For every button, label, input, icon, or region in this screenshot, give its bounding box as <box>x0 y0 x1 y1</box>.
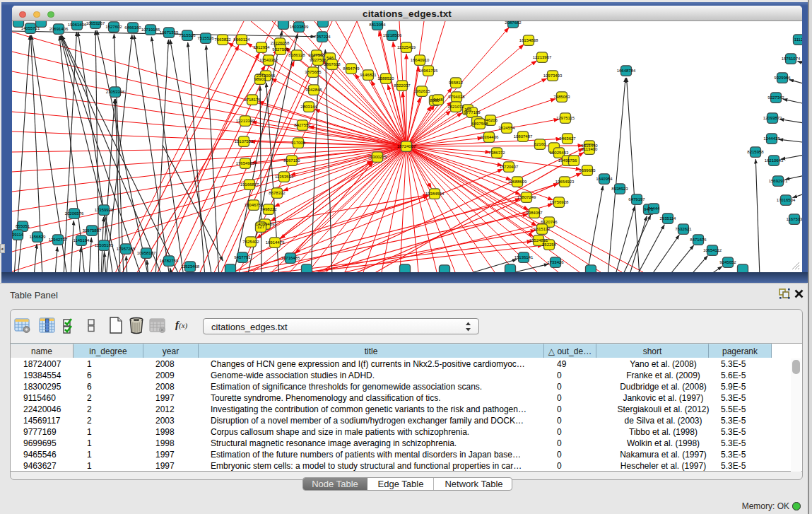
svg-text:127: 127 <box>257 225 265 229</box>
svg-text:9794028: 9794028 <box>448 95 465 99</box>
svg-text:546: 546 <box>326 56 334 60</box>
svg-text:8471676: 8471676 <box>690 238 707 242</box>
svg-text:12213349: 12213349 <box>236 119 255 123</box>
svg-text:16154838: 16154838 <box>519 38 539 42</box>
svg-text:15720407: 15720407 <box>500 165 519 169</box>
svg-text:1733426: 1733426 <box>547 260 564 264</box>
svg-text:20691406: 20691406 <box>49 27 69 31</box>
svg-text:12942737: 12942737 <box>49 238 68 242</box>
svg-text:7485063: 7485063 <box>553 95 570 99</box>
svg-text:39114: 39114 <box>12 233 24 237</box>
svg-text:9242845: 9242845 <box>305 88 322 92</box>
svg-text:9699695: 9699695 <box>579 168 596 173</box>
svg-text:7386372: 7386372 <box>488 151 505 155</box>
svg-text:19756928: 19756928 <box>550 200 569 204</box>
svg-text:16033809: 16033809 <box>290 25 309 29</box>
svg-text:9245652: 9245652 <box>719 260 736 264</box>
svg-text:12975115: 12975115 <box>556 116 575 120</box>
svg-text:9327505: 9327505 <box>272 47 289 52</box>
svg-text:2718176: 2718176 <box>244 98 261 102</box>
svg-text:8660124: 8660124 <box>233 37 250 42</box>
svg-text:1167533: 1167533 <box>787 217 802 221</box>
svg-text:9457791: 9457791 <box>234 255 251 259</box>
svg-text:955812: 955812 <box>449 81 464 85</box>
svg-text:74444: 74444 <box>648 206 660 211</box>
svg-text:317006: 317006 <box>291 141 306 145</box>
svg-text:17359928: 17359928 <box>95 208 114 212</box>
svg-text:3875685: 3875685 <box>305 70 322 74</box>
svg-text:10973493: 10973493 <box>543 74 563 78</box>
svg-text:10688609: 10688609 <box>508 180 527 184</box>
svg-text:9777169: 9777169 <box>464 110 481 115</box>
svg-text:19654923: 19654923 <box>555 180 575 184</box>
svg-text:8322037: 8322037 <box>394 83 411 88</box>
svg-text:15751074: 15751074 <box>782 57 801 61</box>
svg-text:1244415: 1244415 <box>763 136 780 141</box>
svg-text:7632621: 7632621 <box>675 227 692 231</box>
svg-text:11923468: 11923468 <box>181 264 200 269</box>
svg-text:7357224: 7357224 <box>314 35 331 39</box>
svg-text:19166827: 19166827 <box>240 182 259 187</box>
svg-text:23226058: 23226058 <box>271 41 290 45</box>
svg-text:9227342: 9227342 <box>767 95 784 100</box>
svg-text:16671355: 16671355 <box>160 30 179 35</box>
svg-text:12093873: 12093873 <box>763 116 782 120</box>
svg-text:16782759: 16782759 <box>160 259 179 263</box>
svg-text:10719185: 10719185 <box>141 28 160 32</box>
svg-text:16495756: 16495756 <box>558 158 577 163</box>
svg-text:3498222: 3498222 <box>260 207 277 211</box>
svg-text:1145194: 1145194 <box>73 238 90 243</box>
svg-text:8186328: 8186328 <box>288 53 305 57</box>
svg-text:7515526: 7515526 <box>179 33 196 37</box>
svg-text:1527602: 1527602 <box>105 25 122 29</box>
svg-text:2935114: 2935114 <box>660 216 677 221</box>
svg-text:8813054: 8813054 <box>369 23 386 27</box>
svg-text:12505185: 12505185 <box>95 243 114 247</box>
svg-text:1112: 1112 <box>794 37 802 42</box>
svg-text:10958107: 10958107 <box>137 251 156 255</box>
svg-text:30975887: 30975887 <box>83 228 102 233</box>
svg-text:1588520: 1588520 <box>377 76 394 81</box>
svg-text:1621072: 1621072 <box>447 105 464 109</box>
svg-text:252254: 252254 <box>542 243 557 247</box>
svg-text:6497568: 6497568 <box>471 122 488 126</box>
svg-text:3624554: 3624554 <box>498 126 515 130</box>
svg-text:15692971: 15692971 <box>769 179 788 183</box>
svg-text:8454749: 8454749 <box>343 66 360 71</box>
svg-text:9084067: 9084067 <box>526 211 543 215</box>
svg-text:14055721: 14055721 <box>21 26 40 30</box>
svg-text:17016504: 17016504 <box>777 198 796 202</box>
svg-text:11353594: 11353594 <box>275 175 294 179</box>
svg-text:9327506: 9327506 <box>308 53 325 57</box>
svg-text:11325419: 11325419 <box>397 45 416 49</box>
svg-text:20206576: 20206576 <box>65 211 84 216</box>
svg-text:15716485: 15716485 <box>281 256 300 260</box>
svg-text:15136141: 15136141 <box>514 255 534 259</box>
svg-text:21053346: 21053346 <box>106 90 125 94</box>
svg-text:19061406: 19061406 <box>68 23 87 27</box>
svg-text:17654985: 17654985 <box>236 161 255 165</box>
svg-text:16210643: 16210643 <box>765 158 784 163</box>
svg-text:8267150: 8267150 <box>283 158 300 163</box>
svg-text:6120746: 6120746 <box>541 220 558 224</box>
svg-text:2087682: 2087682 <box>505 21 522 25</box>
svg-text:8215958: 8215958 <box>747 150 764 154</box>
svg-text:12213967: 12213967 <box>533 55 552 59</box>
svg-text:1615132: 1615132 <box>534 227 551 231</box>
svg-text:26300275: 26300275 <box>368 155 387 159</box>
svg-text:10107552: 10107552 <box>235 139 254 144</box>
svg-text:2803144: 2803144 <box>300 105 317 109</box>
svg-text:16914479: 16914479 <box>266 240 285 245</box>
svg-text:10025453: 10025453 <box>550 151 569 155</box>
svg-text:7663822: 7663822 <box>214 37 231 42</box>
svg-text:3912954: 3912954 <box>253 45 270 49</box>
svg-text:1640954: 1640954 <box>596 177 613 181</box>
svg-text:19218506: 19218506 <box>383 33 402 37</box>
svg-text:16640910: 16640910 <box>411 58 430 62</box>
svg-text:98901: 98901 <box>254 77 266 81</box>
svg-text:9448: 9448 <box>433 98 443 102</box>
svg-text:19384554: 19384554 <box>425 192 445 196</box>
svg-text:9146821: 9146821 <box>360 73 377 77</box>
svg-text:1362615: 1362615 <box>413 89 430 93</box>
svg-text:8678332: 8678332 <box>269 191 286 195</box>
